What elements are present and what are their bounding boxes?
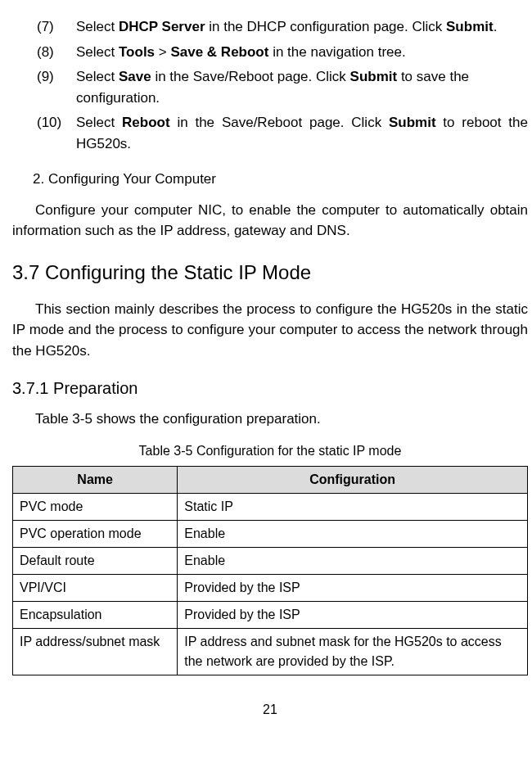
bold-term: Submit	[350, 69, 398, 84]
section-heading-3-7-1: 3.7.1 Preparation	[12, 376, 528, 400]
table-header-row: Name Configuration	[13, 466, 528, 493]
bold-term: Save	[119, 69, 151, 84]
table-cell-config: Provided by the ISP	[178, 574, 528, 601]
step-7: (7) Select DHCP Server in the DHCP confi…	[12, 16, 528, 38]
text-part: Select	[76, 19, 119, 34]
step-text: Select Save in the Save/Reboot page. Cli…	[76, 66, 528, 108]
table-cell-config: Static IP	[178, 493, 528, 520]
table-cell-config: Enable	[178, 547, 528, 574]
step-8: (8) Select Tools > Save & Reboot in the …	[12, 42, 528, 63]
body-paragraph-preparation: Table 3-5 shows the configuration prepar…	[12, 409, 528, 430]
table-cell-name: PVC mode	[13, 493, 178, 520]
table-cell-name: IP address/subnet mask	[13, 628, 178, 675]
step-text: Select DHCP Server in the DHCP configura…	[76, 16, 528, 38]
sub-heading-configuring-computer: 2. Configuring Your Computer	[12, 169, 528, 190]
table-row: IP address/subnet mask IP address and su…	[13, 628, 528, 675]
table-cell-name: VPI/VCI	[13, 574, 178, 601]
config-table: Name Configuration PVC mode Static IP PV…	[12, 466, 528, 675]
text-part: .	[494, 19, 498, 34]
section-heading-3-7: 3.7 Configuring the Static IP Mode	[12, 258, 528, 287]
text-part: >	[155, 44, 170, 60]
table-row: Default route Enable	[13, 547, 528, 574]
step-text: Select Tools > Save & Reboot in the navi…	[76, 42, 528, 63]
text-part: Select	[76, 44, 119, 60]
step-text: Select Reboot in the Save/Reboot page. C…	[76, 112, 528, 154]
bold-term: Submit	[446, 19, 494, 34]
step-number: (10)	[37, 112, 76, 154]
step-list: (7) Select DHCP Server in the DHCP confi…	[12, 16, 528, 154]
body-paragraph-nic: Configure your computer NIC, to enable t…	[12, 200, 528, 242]
text-part: in the Save/Reboot page. Click	[151, 69, 350, 84]
bold-term: DHCP Server	[119, 19, 205, 34]
step-9: (9) Select Save in the Save/Reboot page.…	[12, 66, 528, 108]
table-cell-name: Encapsulation	[13, 601, 178, 628]
table-row: PVC operation mode Enable	[13, 520, 528, 547]
step-number: (7)	[37, 16, 76, 38]
table-caption: Table 3-5 Configuration for the static I…	[12, 441, 528, 461]
table-header-name: Name	[13, 466, 178, 493]
table-cell-config: Enable	[178, 520, 528, 547]
text-part: in the navigation tree.	[268, 44, 405, 60]
step-number: (8)	[37, 42, 76, 63]
text-part: Select	[76, 115, 122, 130]
table-cell-config: Provided by the ISP	[178, 601, 528, 628]
table-row: PVC mode Static IP	[13, 493, 528, 520]
step-number: (9)	[37, 66, 76, 108]
table-row: VPI/VCI Provided by the ISP	[13, 574, 528, 601]
bold-term: Reboot	[122, 115, 170, 130]
step-10: (10) Select Reboot in the Save/Reboot pa…	[12, 112, 528, 154]
table-cell-config: IP address and subnet mask for the HG520…	[178, 628, 528, 675]
table-header-config: Configuration	[178, 466, 528, 493]
bold-term: Submit	[389, 115, 436, 130]
body-paragraph-static-ip: This section mainly describes the proces…	[12, 299, 528, 362]
bold-term: Tools	[119, 44, 155, 60]
text-part: in the Save/Reboot page. Click	[170, 115, 389, 130]
page-number: 21	[12, 700, 528, 720]
bold-term: Save & Reboot	[170, 44, 268, 60]
table-cell-name: Default route	[13, 547, 178, 574]
table-cell-name: PVC operation mode	[13, 520, 178, 547]
table-row: Encapsulation Provided by the ISP	[13, 601, 528, 628]
text-part: in the DHCP configuration page. Click	[205, 19, 447, 34]
text-part: Select	[76, 69, 119, 84]
